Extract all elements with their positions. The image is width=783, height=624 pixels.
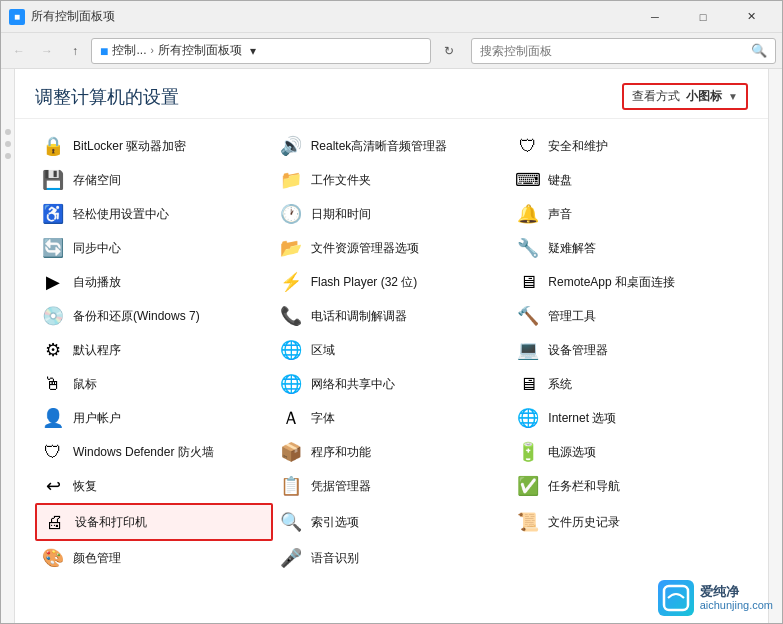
list-item[interactable]: 💾存储空间 — [35, 163, 273, 197]
item-label: 文件历史记录 — [548, 514, 620, 531]
list-item[interactable]: 🖥系统 — [510, 367, 748, 401]
item-icon: 🖥 — [516, 372, 540, 396]
list-item[interactable]: 🛡安全和维护 — [510, 129, 748, 163]
item-label: 疑难解答 — [548, 240, 596, 257]
search-box[interactable]: 🔍 — [471, 38, 776, 64]
item-label: 网络和共享中心 — [311, 376, 395, 393]
item-icon: 🛡 — [41, 440, 65, 464]
item-icon: ▶ — [41, 270, 65, 294]
item-icon: 💻 — [516, 338, 540, 362]
list-item[interactable]: 🌐区域 — [273, 333, 511, 367]
list-item[interactable]: 📁工作文件夹 — [273, 163, 511, 197]
list-item[interactable]: 👤用户帐户 — [35, 401, 273, 435]
item-icon: 🖨 — [43, 510, 67, 534]
item-icon: ↩ — [41, 474, 65, 498]
list-item[interactable]: 📦程序和功能 — [273, 435, 511, 469]
list-item[interactable]: ⚡Flash Player (32 位) — [273, 265, 511, 299]
list-item[interactable]: 🌐网络和共享中心 — [273, 367, 511, 401]
list-item[interactable]: 🔔声音 — [510, 197, 748, 231]
svg-rect-0 — [664, 586, 688, 610]
close-button[interactable]: ✕ — [728, 4, 774, 30]
item-icon: 🎨 — [41, 546, 65, 570]
list-item[interactable]: 🔒BitLocker 驱动器加密 — [35, 129, 273, 163]
item-icon: 📁 — [279, 168, 303, 192]
content-header: 调整计算机的设置 查看方式 小图标 ▼ — [15, 69, 768, 119]
items-grid: 🔒BitLocker 驱动器加密🔊Realtek高清晰音频管理器🛡安全和维护💾存… — [35, 129, 748, 575]
item-icon: 💾 — [41, 168, 65, 192]
list-item[interactable]: 🌐Internet 选项 — [510, 401, 748, 435]
item-icon: 🎤 — [279, 546, 303, 570]
item-icon: ✅ — [516, 474, 540, 498]
watermark-line1: 爱纯净 — [700, 584, 773, 600]
list-item[interactable]: 💻设备管理器 — [510, 333, 748, 367]
list-item[interactable]: 🖥RemoteApp 和桌面连接 — [510, 265, 748, 299]
view-dropdown-arrow: ▼ — [728, 91, 738, 102]
refresh-button[interactable]: ↻ — [437, 39, 461, 63]
titlebar-controls: ─ □ ✕ — [632, 4, 774, 30]
path-separator1: › — [150, 45, 153, 56]
search-input[interactable] — [480, 44, 751, 58]
list-item[interactable]: 📞电话和调制解调器 — [273, 299, 511, 333]
item-label: 日期和时间 — [311, 206, 371, 223]
item-icon: 🕐 — [279, 202, 303, 226]
item-icon: 📦 — [279, 440, 303, 464]
list-item[interactable]: 🖱鼠标 — [35, 367, 273, 401]
list-item[interactable]: 🔊Realtek高清晰音频管理器 — [273, 129, 511, 163]
up-button[interactable]: ↑ — [63, 39, 87, 63]
list-item[interactable]: 🛡Windows Defender 防火墙 — [35, 435, 273, 469]
item-label: 键盘 — [548, 172, 572, 189]
minimize-button[interactable]: ─ — [632, 4, 678, 30]
list-item[interactable]: 🔄同步中心 — [35, 231, 273, 265]
maximize-button[interactable]: □ — [680, 4, 726, 30]
item-icon: 🌐 — [279, 338, 303, 362]
item-icon: ⌨ — [516, 168, 540, 192]
view-value: 小图标 — [686, 88, 722, 105]
list-item[interactable]: 📋凭据管理器 — [273, 469, 511, 503]
titlebar-left: ■ 所有控制面板项 — [9, 8, 115, 25]
list-item[interactable]: 🎤语音识别 — [273, 541, 511, 575]
forward-button[interactable]: → — [35, 39, 59, 63]
item-icon: 👤 — [41, 406, 65, 430]
window-title: 所有控制面板项 — [31, 8, 115, 25]
item-icon: 🔒 — [41, 134, 65, 158]
list-item[interactable]: 🖨设备和打印机 — [35, 503, 273, 541]
item-label: 自动播放 — [73, 274, 121, 291]
item-icon: 📜 — [516, 510, 540, 534]
item-label: Windows Defender 防火墙 — [73, 444, 214, 461]
address-path[interactable]: ■ 控制... › 所有控制面板项 ▾ — [91, 38, 431, 64]
item-label: 程序和功能 — [311, 444, 371, 461]
list-item[interactable]: 🔨管理工具 — [510, 299, 748, 333]
item-label: 电源选项 — [548, 444, 596, 461]
item-icon: 🔊 — [279, 134, 303, 158]
item-label: 设备和打印机 — [75, 514, 147, 531]
list-item[interactable]: ▶自动播放 — [35, 265, 273, 299]
view-options-button[interactable]: 查看方式 小图标 ▼ — [622, 83, 748, 110]
watermark-logo — [658, 580, 694, 616]
list-item[interactable]: 📂文件资源管理器选项 — [273, 231, 511, 265]
list-item[interactable]: 🔍索引选项 — [273, 503, 511, 541]
list-item[interactable]: 🕐日期和时间 — [273, 197, 511, 231]
list-item[interactable]: ♿轻松使用设置中心 — [35, 197, 273, 231]
list-item[interactable]: ↩恢复 — [35, 469, 273, 503]
list-item[interactable]: 💿备份和还原(Windows 7) — [35, 299, 273, 333]
list-item[interactable]: 🔋电源选项 — [510, 435, 748, 469]
item-label: 默认程序 — [73, 342, 121, 359]
list-item[interactable]: ✅任务栏和导航 — [510, 469, 748, 503]
item-label: 鼠标 — [73, 376, 97, 393]
item-label: 轻松使用设置中心 — [73, 206, 169, 223]
list-item[interactable]: 📜文件历史记录 — [510, 503, 748, 541]
list-item[interactable]: ⚙默认程序 — [35, 333, 273, 367]
item-icon: 📋 — [279, 474, 303, 498]
list-item[interactable]: 🔧疑难解答 — [510, 231, 748, 265]
right-strip — [768, 69, 782, 623]
list-item[interactable]: Ａ字体 — [273, 401, 511, 435]
back-button[interactable]: ← — [7, 39, 31, 63]
item-label: 同步中心 — [73, 240, 121, 257]
item-label: 管理工具 — [548, 308, 596, 325]
list-item[interactable]: 🎨颜色管理 — [35, 541, 273, 575]
path-dropdown-arrow[interactable]: ▾ — [250, 44, 256, 58]
list-item[interactable]: ⌨键盘 — [510, 163, 748, 197]
item-label: 电话和调制解调器 — [311, 308, 407, 325]
view-label: 查看方式 — [632, 88, 680, 105]
item-icon: 💿 — [41, 304, 65, 328]
